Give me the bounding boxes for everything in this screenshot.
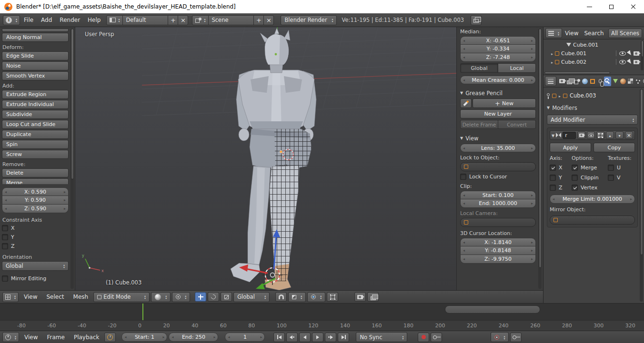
- menu-help[interactable]: Help: [84, 13, 104, 27]
- selectable-icon[interactable]: [627, 59, 633, 65]
- outliner-filter-dropdown[interactable]: All Scenes: [608, 29, 642, 38]
- eye-icon[interactable]: [619, 51, 626, 56]
- timeline-menu-view[interactable]: View: [20, 331, 41, 343]
- outliner-item-object-2[interactable]: Cube.002: [543, 58, 644, 66]
- modifier-render-toggle[interactable]: [577, 131, 585, 139]
- insert-keyframe-button[interactable]: [510, 333, 522, 342]
- viewport-shading-dropdown[interactable]: [151, 292, 171, 302]
- window-duplicate-button[interactable]: [471, 15, 482, 25]
- menu-render[interactable]: Render: [56, 13, 84, 27]
- outliner-item-object-1[interactable]: Cube.001: [543, 49, 644, 58]
- copy-button[interactable]: Copy: [594, 143, 635, 152]
- proportional-edit-dropdown[interactable]: [307, 292, 325, 302]
- tool-button-extrude-region[interactable]: Extrude Region: [2, 90, 69, 99]
- properties-scrollbar[interactable]: [640, 89, 643, 302]
- tab-modifiers[interactable]: [604, 77, 611, 86]
- npanel-scrollbar[interactable]: [538, 29, 542, 289]
- delete-frame-button[interactable]: Delete Frame: [460, 120, 498, 129]
- modifier-delete-button[interactable]: [625, 131, 633, 139]
- end-frame-field[interactable]: End: 250: [169, 333, 218, 342]
- toolshelf-scrollbar[interactable]: [70, 29, 74, 289]
- cursor-y-field[interactable]: Y: -0.8148: [460, 246, 536, 255]
- keying-mode-button[interactable]: [431, 333, 442, 342]
- tab-render[interactable]: [558, 77, 565, 86]
- timeline-menu-playback[interactable]: Playback: [70, 331, 103, 343]
- convert-button[interactable]: Convert: [498, 120, 536, 129]
- manipulator-scale-toggle[interactable]: [221, 292, 232, 302]
- tab-material[interactable]: [619, 77, 626, 86]
- keying-set-dropdown[interactable]: [491, 332, 509, 342]
- mode-dropdown[interactable]: Edit Mode: [93, 292, 150, 302]
- scene-delete-button[interactable]: [263, 15, 274, 25]
- outliner-menu-search[interactable]: Search: [582, 27, 607, 39]
- texture-u-checkbox[interactable]: [608, 165, 614, 171]
- tab-particles[interactable]: [634, 77, 642, 86]
- editor-type-properties-button[interactable]: [545, 76, 556, 86]
- lock-to-cursor-checkbox[interactable]: [460, 174, 466, 180]
- orientation-dropdown[interactable]: Global: [2, 261, 69, 271]
- tool-button-merge[interactable]: Merge: [2, 178, 69, 184]
- timeline-menu-frame[interactable]: Frame: [43, 331, 69, 343]
- jump-to-start-button[interactable]: [273, 333, 285, 342]
- clipping-checkbox[interactable]: [572, 175, 578, 181]
- constraint-y-checkbox[interactable]: [2, 234, 8, 240]
- modifier-move-up-button[interactable]: [606, 131, 614, 139]
- menu-view[interactable]: View: [20, 291, 41, 303]
- median-y-field[interactable]: Y: -0.334: [460, 45, 536, 53]
- manipulator-rotate-toggle[interactable]: [208, 292, 219, 302]
- grease-new-button[interactable]: New: [473, 98, 536, 108]
- outliner-item-mesh-data[interactable]: Cube.001: [543, 40, 644, 49]
- redo-z-field[interactable]: Z: 0.590: [2, 205, 69, 213]
- menu-add[interactable]: Add: [37, 13, 56, 27]
- jump-to-end-button[interactable]: [338, 333, 349, 342]
- merge-limit-field[interactable]: Merge Limit: 0.001000: [550, 195, 635, 204]
- redo-y-field[interactable]: Y: 0.590: [2, 196, 69, 205]
- screen-layout-delete-button[interactable]: [178, 15, 188, 25]
- pivot-point-dropdown[interactable]: [172, 292, 190, 302]
- cursor-z-field[interactable]: Z: -9.9750: [460, 255, 536, 264]
- play-reverse-button[interactable]: [299, 333, 311, 342]
- lock-object-field[interactable]: [460, 162, 536, 171]
- sync-dropdown[interactable]: No Sync: [356, 332, 407, 342]
- modifier-move-down-button[interactable]: [615, 131, 624, 139]
- render-visibility-icon[interactable]: [634, 51, 639, 56]
- outliner-menu-view[interactable]: View: [562, 27, 581, 39]
- tool-button-smooth-vertex[interactable]: Smooth Vertex: [2, 71, 69, 80]
- merge-checkbox[interactable]: [572, 165, 578, 171]
- minimize-button[interactable]: [578, 0, 600, 13]
- 3d-viewport-canvas[interactable]: x y: [75, 27, 456, 290]
- scene-add-button[interactable]: [253, 15, 264, 25]
- tool-button-loop-cut[interactable]: Loop Cut and Slide: [2, 120, 69, 129]
- tool-button-edge-slide[interactable]: Edge Slide: [2, 51, 69, 60]
- tab-object[interactable]: [589, 77, 596, 86]
- outliner-hscrollbar[interactable]: [544, 71, 610, 74]
- modifiers-panel-header[interactable]: Modifiers: [547, 104, 638, 112]
- axis-x-checkbox[interactable]: [550, 165, 556, 171]
- selectable-icon[interactable]: [627, 50, 633, 57]
- timeline-canvas[interactable]: -80 -60 -40 -20 0 20 40 60 80 100 120 14…: [0, 303, 644, 331]
- constraint-x-checkbox[interactable]: [2, 225, 8, 231]
- tool-button-partial[interactable]: [2, 29, 69, 32]
- cursor-x-field[interactable]: X: -1.8140: [460, 238, 536, 246]
- add-modifier-dropdown[interactable]: Add Modifier: [547, 115, 638, 125]
- screen-layout-name[interactable]: Default: [122, 15, 168, 25]
- snap-toggle[interactable]: [275, 292, 287, 302]
- modifier-editmode-toggle[interactable]: [596, 131, 604, 139]
- global-toggle-button[interactable]: Global: [460, 63, 498, 73]
- tab-scene[interactable]: [574, 77, 581, 86]
- tool-button-duplicate[interactable]: Duplicate: [2, 130, 69, 139]
- render-engine-dropdown[interactable]: Blender Render: [281, 15, 337, 25]
- transform-orientation-dropdown[interactable]: Global: [233, 292, 270, 302]
- limit-selection-toggle[interactable]: [327, 292, 338, 302]
- axis-y-checkbox[interactable]: [550, 175, 556, 181]
- 3d-viewport[interactable]: x y User Persp (1) Cube.003: [75, 27, 456, 290]
- grease-pencil-panel-header[interactable]: Grease Pencil: [460, 89, 536, 97]
- redo-x-field[interactable]: X: 0.590: [2, 187, 69, 196]
- opengl-render-anim-button[interactable]: [367, 292, 379, 302]
- clip-start-field[interactable]: Start: 0.100: [460, 191, 536, 199]
- clip-end-field[interactable]: End: 1000.000: [460, 199, 536, 208]
- eye-icon[interactable]: [619, 60, 626, 64]
- scene-name[interactable]: Scene: [208, 15, 254, 25]
- close-button[interactable]: [622, 0, 644, 13]
- pin-icon[interactable]: [547, 93, 550, 96]
